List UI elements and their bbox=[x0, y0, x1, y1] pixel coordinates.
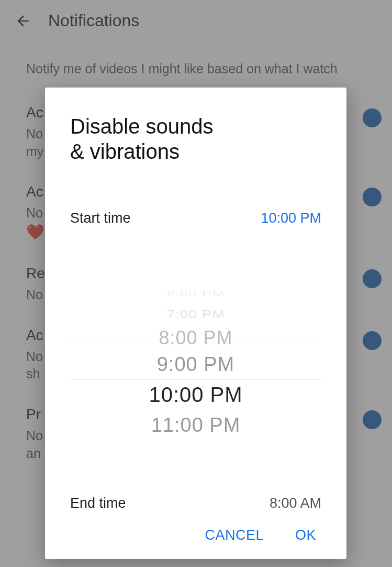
picker-divider bbox=[70, 343, 321, 379]
start-time-label: Start time bbox=[70, 210, 131, 226]
picker-option[interactable]: 11:00 PM bbox=[151, 412, 241, 439]
end-time-label: End time bbox=[70, 495, 126, 511]
end-time-row[interactable]: End time 8:00 AM bbox=[70, 495, 321, 511]
disable-sounds-dialog: Disable sounds & vibrations Start time 1… bbox=[45, 88, 346, 559]
picker-option-selected[interactable]: 10:00 PM bbox=[149, 378, 242, 412]
dialog-title: Disable sounds & vibrations bbox=[70, 114, 321, 164]
start-time-row[interactable]: Start time 10:00 PM bbox=[70, 210, 321, 226]
picker-option[interactable]: 7:00 PM bbox=[166, 306, 225, 323]
cancel-button[interactable]: CANCEL bbox=[205, 527, 264, 543]
end-time-value: 8:00 AM bbox=[270, 495, 321, 511]
ok-button[interactable]: OK bbox=[295, 527, 316, 543]
time-picker[interactable]: 6:00 PM 7:00 PM 8:00 PM 9:00 PM 10:00 PM… bbox=[70, 237, 321, 485]
dialog-actions: CANCEL OK bbox=[70, 527, 321, 543]
start-time-value: 10:00 PM bbox=[261, 210, 321, 226]
picker-option[interactable]: 6:00 PM bbox=[166, 288, 225, 299]
